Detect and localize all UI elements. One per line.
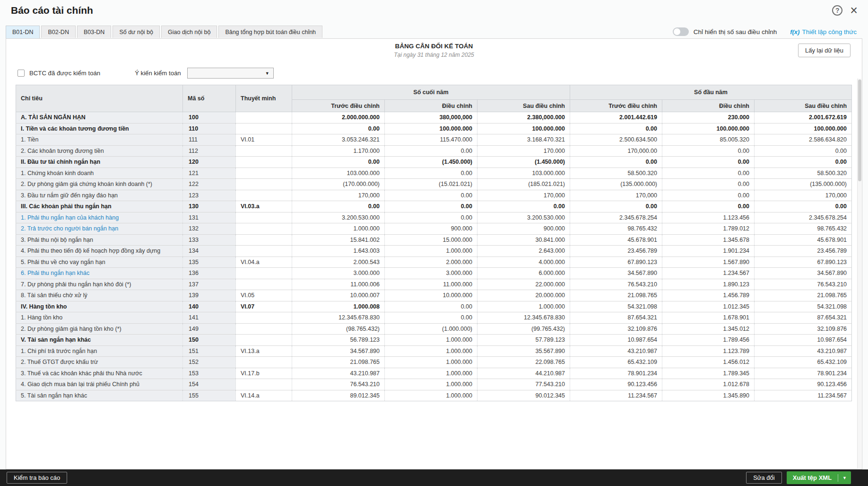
row-note — [236, 268, 292, 279]
row-code: 110 — [183, 123, 236, 134]
table-row: 4. Giao dịch mua bán lại trái phiếu Chín… — [16, 379, 852, 390]
row-value: 98.765.432 — [755, 223, 852, 235]
row-label: 4. Phải thu theo tiến độ kế hoạch hợp đồ… — [16, 246, 183, 257]
row-value: 103.000.000 — [477, 168, 570, 179]
row-value: 77.543.210 — [477, 379, 570, 390]
row-note — [236, 335, 292, 346]
row-label: 3. Phải thu nội bộ ngắn hạn — [16, 234, 183, 246]
tab-b01-dn[interactable]: B01-DN — [6, 26, 40, 38]
row-code: 140 — [183, 301, 236, 312]
row-value: (185.021.021) — [477, 179, 570, 190]
row-note — [236, 123, 292, 134]
reload-data-button[interactable]: Lấy lại dữ liệu — [798, 44, 851, 57]
row-value: 380,000,000 — [385, 112, 477, 124]
titlebar: Báo cáo tài chính ? × — [0, 0, 868, 21]
check-report-button[interactable]: Kiểm tra báo cáo — [7, 472, 67, 484]
row-value: 1.567.890 — [662, 256, 755, 268]
tab-giao-dich-noi-bo[interactable]: Giao dịch nội bộ — [161, 26, 217, 38]
row-value: 1.234.567 — [662, 268, 755, 279]
row-value: 1.890.123 — [662, 279, 755, 290]
page-title: Báo cáo tài chính — [11, 5, 93, 16]
row-value: 1.123.456 — [662, 212, 755, 223]
row-value: 3.000.000 — [385, 268, 477, 279]
help-icon[interactable]: ? — [832, 5, 842, 16]
row-value: 170,000 — [570, 190, 662, 201]
audit-opinion-select[interactable]: ▼ — [187, 68, 274, 79]
tab-bang-tong-hop-but-toan[interactable]: Bảng tổng hợp bút toán điều chỉnh — [218, 26, 322, 38]
row-value: 10.987.654 — [570, 335, 662, 346]
row-code: 154 — [183, 379, 236, 390]
row-label[interactable]: 1. Phải thu ngắn hạn của khách hàng — [16, 212, 183, 223]
table-row: 2. Dự phòng giảm giá chứng khoán kinh do… — [16, 179, 852, 190]
row-label[interactable]: 6. Phải thu ngắn hạn khác — [16, 268, 183, 279]
filter-row: BCTC đã được kiểm toán Ý kiến kiểm toán … — [17, 67, 862, 79]
row-value: 1.789.345 — [662, 368, 755, 379]
row-value: (99.765.432) — [477, 323, 570, 335]
row-value: 2.586.634.820 — [755, 134, 852, 146]
table-row: 2. Các khoản tương đương tiền1121.170.00… — [16, 145, 852, 157]
dropdown-caret-icon: ▼ — [265, 71, 269, 76]
table-row: 1. Hàng tồn kho14112.345.678.8300.0012.3… — [16, 312, 852, 324]
table-row: I. Tiền và các khoản tương đương tiền110… — [16, 123, 852, 134]
row-label: 1. Chứng khoán kinh doanh — [16, 168, 183, 179]
close-icon[interactable]: × — [850, 5, 858, 16]
financial-report-window: Báo cáo tài chính ? × B01-DN B02-DN B03-… — [0, 0, 868, 486]
formula-setup-link[interactable]: f(x) Thiết lập công thức — [790, 28, 857, 35]
row-value: 76.543.210 — [292, 379, 385, 390]
row-value: 10.000.007 — [292, 290, 385, 301]
row-value: 6.000.000 — [477, 268, 570, 279]
row-value: 1.789.012 — [662, 223, 755, 235]
edit-button[interactable]: Sửa đổi — [746, 472, 782, 484]
table-row: 7. Dự phòng phải thu ngắn hạn khó đòi (*… — [16, 279, 852, 290]
table-row: 1. Chi phí trả trước ngắn hạn151VI.13.a3… — [16, 345, 852, 357]
scrollbar-thumb[interactable] — [858, 80, 861, 181]
tab-so-du-noi-bo[interactable]: Số dư nội bộ — [113, 26, 160, 38]
export-caret-icon[interactable]: ▼ — [838, 476, 851, 480]
row-code: 134 — [183, 246, 236, 257]
row-value: 2.500.634.500 — [570, 134, 662, 146]
row-value: 900.000 — [385, 223, 477, 235]
row-code: 100 — [183, 112, 236, 124]
row-value: 56.789.123 — [292, 335, 385, 346]
row-value: 0.00 — [662, 145, 755, 157]
row-note — [236, 246, 292, 257]
row-label: IV. Hàng tồn kho — [16, 301, 183, 312]
row-value: 58.500.320 — [570, 168, 662, 179]
row-note — [236, 179, 292, 190]
row-value: 0.00 — [385, 212, 477, 223]
row-note — [236, 157, 292, 168]
tab-bar: B01-DN B02-DN B03-DN Số dư nội bộ Giao d… — [0, 21, 868, 38]
row-note — [236, 234, 292, 246]
row-value: 0.00 — [755, 145, 852, 157]
row-value: 78.901.234 — [755, 368, 852, 379]
row-value: 3.200.530.000 — [477, 212, 570, 223]
column-header-after-begin: Sau điều chỉnh — [755, 100, 852, 112]
row-value: 3.053.246.321 — [292, 134, 385, 146]
tab-b02-dn[interactable]: B02-DN — [41, 26, 75, 38]
row-label: 1. Tiền — [16, 134, 183, 146]
row-code: 149 — [183, 323, 236, 335]
row-label[interactable]: 2. Trả trước cho người bán ngắn hạn — [16, 223, 183, 235]
row-note: VI.17.b — [236, 368, 292, 379]
row-label: 8. Tài sản thiếu chờ xử lý — [16, 290, 183, 301]
row-value: 23.456.789 — [755, 246, 852, 257]
row-value: 1.000.000 — [385, 379, 477, 390]
row-value: 11.234.567 — [570, 390, 662, 401]
adjusted-only-toggle[interactable] — [673, 27, 689, 36]
row-label: I. Tiền và các khoản tương đương tiền — [16, 123, 183, 134]
row-label: 3. Đầu tư nắm giữ đến ngày đáo hạn — [16, 190, 183, 201]
audited-checkbox[interactable] — [17, 70, 25, 77]
export-xml-button[interactable]: Xuất tệp XML ▼ — [787, 471, 851, 484]
row-value: 11.234.567 — [755, 390, 852, 401]
scrollbar[interactable] — [857, 79, 861, 468]
table-row: 1. Chứng khoán kinh doanh121103.000.0000… — [16, 168, 852, 179]
row-code: 137 — [183, 279, 236, 290]
column-header-note: Thuyết minh — [236, 85, 292, 112]
tab-b03-dn[interactable]: B03-DN — [77, 26, 111, 38]
row-value: 1.000.000 — [385, 246, 477, 257]
table-row: 5. Phải thu về cho vay ngắn hạn135VI.04.… — [16, 256, 852, 268]
table-row: IV. Hàng tồn kho140VI.071.000.0080.001.0… — [16, 301, 852, 312]
row-code: 121 — [183, 168, 236, 179]
row-value: 15.841.002 — [292, 234, 385, 246]
row-value: 3.168.470.321 — [477, 134, 570, 146]
